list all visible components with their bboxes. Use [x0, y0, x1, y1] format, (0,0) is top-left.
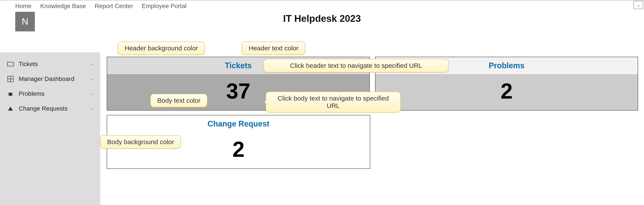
- chevron-down-icon: ⌄: [90, 92, 94, 96]
- chevron-down-icon: ⌄: [90, 77, 94, 81]
- grid-icon: [6, 76, 14, 82]
- callout-body-nav: Click body text to navigate to specified…: [266, 92, 401, 113]
- callout-header-text: Header text color: [242, 42, 305, 55]
- sidebar: Tickets ⌄ Manager Dashboard ⌄ Problems ⌄…: [0, 52, 100, 205]
- nav-home[interactable]: Home: [15, 3, 32, 10]
- sidebar-item-manager-dashboard[interactable]: Manager Dashboard ⌄: [0, 72, 100, 86]
- nav-report-center[interactable]: Report Center: [95, 3, 133, 10]
- callout-body-text: Body text color: [150, 94, 207, 107]
- sidebar-item-label: Problems: [19, 90, 90, 97]
- callout-body-bg: Body background color: [100, 135, 181, 149]
- chevron-down-icon: ⌄: [636, 3, 640, 8]
- sidebar-item-label: Tickets: [19, 61, 90, 68]
- nav-employee-portal[interactable]: Employee Portal: [142, 3, 186, 10]
- svg-rect-0: [8, 62, 14, 66]
- sidebar-item-label: Change Requests: [19, 105, 90, 112]
- sidebar-item-label: Manager Dashboard: [19, 75, 90, 82]
- bug-icon: [6, 91, 14, 97]
- card-header[interactable]: Change Request: [107, 115, 370, 132]
- chevron-down-icon: ⌄: [90, 62, 94, 66]
- main-content: Tickets 37 Problems 2 Change Request 2: [107, 57, 638, 173]
- callout-header-nav: Click header text to navigate to specifi…: [264, 59, 449, 72]
- sidebar-item-tickets[interactable]: Tickets ⌄: [0, 57, 100, 72]
- top-nav: Home Knowledge Base Report Center Employ…: [0, 0, 644, 12]
- nav-knowledge-base[interactable]: Knowledge Base: [40, 3, 86, 10]
- triangle-icon: [6, 105, 14, 112]
- chevron-down-icon: ⌄: [90, 107, 94, 110]
- ticket-icon: [6, 61, 14, 67]
- callout-header-bg: Header background color: [118, 42, 205, 55]
- page-title: IT Helpdesk 2023: [0, 13, 644, 24]
- sidebar-item-problems[interactable]: Problems ⌄: [0, 86, 100, 101]
- sidebar-item-change-requests[interactable]: Change Requests ⌄: [0, 101, 100, 116]
- svg-marker-9: [8, 107, 13, 111]
- svg-point-4: [9, 92, 12, 96]
- page-options-dropdown[interactable]: ⌄: [634, 1, 643, 9]
- card-value[interactable]: 2: [376, 74, 638, 110]
